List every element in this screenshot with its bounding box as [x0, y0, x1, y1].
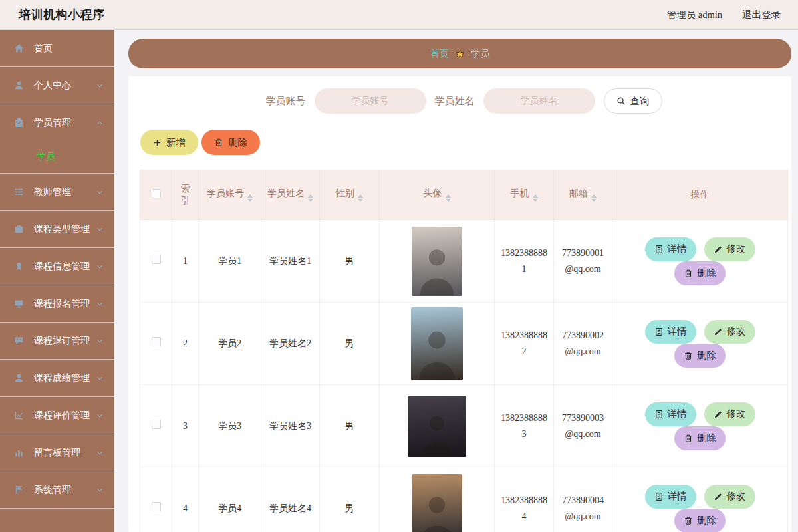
sort-desc-icon[interactable]	[247, 199, 253, 202]
column-header-label: 头像	[424, 188, 442, 198]
document-icon	[654, 245, 664, 254]
student-table: 索引学员账号学员姓名性别头像手机邮箱操作 1学员1学员姓名1男138238888…	[140, 170, 788, 532]
sort-asc-icon[interactable]	[591, 194, 597, 198]
clipboard-icon	[13, 117, 25, 128]
chevron-down-icon	[96, 188, 104, 196]
name-input[interactable]	[483, 88, 595, 114]
delete-button-label: 删除	[697, 432, 716, 444]
account-input[interactable]	[315, 88, 426, 114]
sidebar-item-course-enroll-mgmt[interactable]: 课程报名管理	[0, 285, 114, 322]
edit-button[interactable]: 修改	[704, 237, 755, 261]
sort-asc-icon[interactable]	[446, 194, 451, 198]
cell-index: 3	[172, 385, 199, 467]
monitor-icon	[13, 298, 25, 309]
column-header-email[interactable]: 邮箱	[554, 170, 612, 220]
sidebar-item-home[interactable]: 首页	[0, 30, 114, 66]
cell-phone: 13823888881	[495, 220, 554, 303]
breadcrumb-current: 学员	[471, 48, 489, 60]
sidebar-subitem-student[interactable]: 学员	[0, 141, 114, 173]
sort-icon[interactable]	[533, 194, 538, 202]
column-header-account[interactable]: 学员账号	[199, 170, 261, 220]
detail-button[interactable]: 详情	[645, 320, 696, 344]
cell-email: 773890001@qq.com	[554, 220, 612, 303]
logout-link[interactable]: 退出登录	[742, 9, 781, 21]
cell-name: 学员姓名3	[261, 385, 320, 467]
column-header-phone[interactable]: 手机	[495, 170, 554, 220]
sidebar-item-profile[interactable]: 个人中心	[0, 67, 114, 104]
app-title: 培训机构小程序	[19, 7, 105, 23]
sort-icon[interactable]	[358, 194, 363, 202]
add-button-label: 新增	[166, 136, 186, 149]
delete-button[interactable]: 删除	[674, 261, 726, 285]
delete-button[interactable]: 删除	[674, 509, 726, 532]
column-header-name[interactable]: 学员姓名	[261, 170, 320, 220]
sidebar-item-message-board-mgmt[interactable]: 留言板管理	[0, 434, 114, 471]
home-icon	[13, 43, 25, 54]
row-checkbox[interactable]	[152, 337, 161, 346]
chat-icon	[13, 335, 25, 346]
sidebar-item-label: 课程报名管理	[34, 298, 96, 310]
sort-desc-icon[interactable]	[358, 199, 363, 202]
sidebar-item-course-cancel-mgmt[interactable]: 课程退订管理	[0, 323, 114, 359]
add-button[interactable]: 新增	[140, 130, 198, 155]
current-user[interactable]: 管理员 admin	[667, 9, 722, 21]
sidebar-item-label: 课程退订管理	[34, 335, 96, 347]
pencil-icon	[714, 327, 723, 336]
sort-asc-icon[interactable]	[358, 194, 363, 198]
chart-line-icon	[13, 410, 25, 421]
sort-asc-icon[interactable]	[533, 194, 538, 198]
cell-select	[140, 220, 172, 303]
sidebar-item-teacher-mgmt[interactable]: 教师管理	[0, 174, 114, 210]
delete-button[interactable]: 删除	[674, 426, 726, 450]
cell-actions: 详情修改删除	[612, 467, 788, 532]
sort-desc-icon[interactable]	[533, 199, 538, 202]
sidebar-item-student-mgmt[interactable]: 学员管理	[0, 104, 114, 141]
cell-name: 学员姓名4	[261, 467, 320, 532]
sidebar-item-course-review-mgmt[interactable]: 课程评价管理	[0, 397, 114, 434]
column-header-label: 操作	[691, 190, 710, 200]
sort-desc-icon[interactable]	[308, 199, 313, 202]
row-checkbox[interactable]	[152, 420, 161, 429]
column-header-gender[interactable]: 性别	[320, 170, 380, 220]
cell-name: 学员姓名1	[261, 220, 320, 303]
sidebar-item-course-info-mgmt[interactable]: 课程信息管理	[0, 248, 114, 285]
sort-icon[interactable]	[591, 194, 597, 202]
row-checkbox[interactable]	[152, 255, 161, 264]
cell-phone: 13823888883	[495, 385, 554, 467]
row-checkbox[interactable]	[152, 502, 161, 511]
breadcrumb-home-link[interactable]: 首页	[430, 48, 449, 60]
sort-asc-icon[interactable]	[308, 194, 313, 198]
table-row: 1学员1学员姓名1男13823888881773890001@qq.com详情修…	[140, 220, 788, 303]
sort-desc-icon[interactable]	[591, 199, 597, 202]
edit-button[interactable]: 修改	[704, 320, 755, 344]
column-header-label: 邮箱	[569, 188, 588, 198]
document-icon	[654, 327, 664, 336]
sidebar-item-label: 学员管理	[34, 117, 96, 129]
edit-button[interactable]: 修改	[704, 485, 755, 509]
detail-button[interactable]: 详情	[645, 402, 696, 426]
sort-icon[interactable]	[308, 194, 313, 202]
sort-icon[interactable]	[247, 194, 253, 202]
sidebar-item-course-score-mgmt[interactable]: 课程成绩管理	[0, 360, 114, 396]
list-icon	[13, 186, 25, 198]
cell-account: 学员3	[199, 385, 261, 467]
sort-asc-icon[interactable]	[247, 194, 253, 198]
sidebar-item-system-mgmt[interactable]: 系统管理	[0, 471, 114, 508]
query-button[interactable]: 查询	[604, 88, 662, 114]
edit-button-label: 修改	[727, 408, 746, 420]
detail-button[interactable]: 详情	[645, 485, 696, 509]
sort-icon[interactable]	[446, 194, 451, 202]
delete-button-label: 删除	[697, 514, 716, 527]
flag-icon	[13, 484, 25, 495]
delete-button[interactable]: 删除	[201, 130, 260, 155]
edit-button[interactable]: 修改	[704, 402, 755, 426]
detail-button[interactable]: 详情	[645, 237, 696, 261]
detail-button-label: 详情	[668, 490, 687, 503]
delete-button[interactable]: 删除	[674, 344, 726, 368]
sidebar-item-course-type-mgmt[interactable]: 课程类型管理	[0, 211, 114, 247]
sort-desc-icon[interactable]	[446, 199, 451, 202]
select-all-checkbox[interactable]	[152, 189, 161, 198]
sidebar-item-label: 教师管理	[34, 186, 96, 198]
cell-name: 学员姓名2	[261, 303, 320, 385]
column-header-avatar[interactable]: 头像	[380, 170, 495, 220]
